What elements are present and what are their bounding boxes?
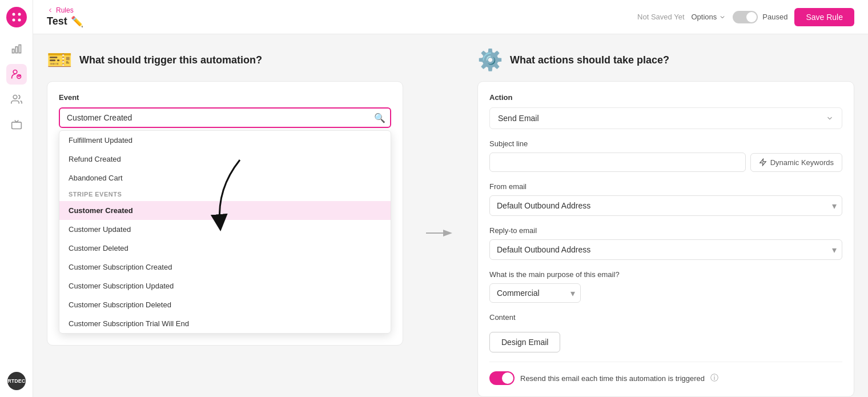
app-logo[interactable] <box>6 7 27 27</box>
subject-section: Subject line Dynamic Keywords <box>489 139 842 172</box>
keywords-btn-label: Dynamic Keywords <box>770 158 834 167</box>
design-email-label: Design Email <box>501 338 548 347</box>
sidebar-item-analytics[interactable] <box>6 39 27 59</box>
trigger-icon: 🎫 <box>47 48 73 72</box>
left-panel: 🎫 What should trigger this automation? E… <box>47 48 403 383</box>
resend-row: Resend this email each time this automat… <box>489 362 842 385</box>
from-email-select-wrap: Default Outbound Address ▾ <box>489 195 842 216</box>
svg-rect-5 <box>15 47 17 53</box>
action-icon: ⚙️ <box>477 48 503 72</box>
action-value: Send Email <box>498 114 539 123</box>
header: Rules Test ✏️ Not Saved Yet Options Paus… <box>33 0 868 34</box>
list-item-customer-subscription-updated[interactable]: Customer Subscription Updated <box>59 276 391 295</box>
list-item-customer-created[interactable]: Customer Created <box>59 201 391 220</box>
breadcrumb[interactable]: Rules <box>47 6 83 14</box>
purpose-label: What is the main purpose of this email? <box>489 270 842 279</box>
list-item-customer-deleted[interactable]: Customer Deleted <box>59 239 391 258</box>
sidebar-item-automations[interactable] <box>6 64 27 85</box>
action-label: Action <box>489 93 842 102</box>
from-email-select[interactable]: Default Outbound Address <box>489 195 842 216</box>
purpose-row: Commercial Transactional ▾ <box>489 283 842 303</box>
avatar-text: ARTDECS <box>4 378 29 384</box>
search-input-wrap: 🔍 <box>59 107 391 128</box>
trigger-section-header: 🎫 What should trigger this automation? <box>47 48 403 72</box>
content-label: Content <box>489 313 842 322</box>
header-right: Not Saved Yet Options Paused Save Rule <box>637 8 854 26</box>
save-btn-label: Save Rule <box>806 13 843 22</box>
svg-point-7 <box>13 70 17 74</box>
chevron-down-icon <box>719 14 726 21</box>
svg-rect-4 <box>12 49 14 53</box>
action-select[interactable]: Send Email <box>489 107 842 129</box>
list-item-customer-subscription-created[interactable]: Customer Subscription Created <box>59 258 391 276</box>
event-dropdown: Fulfillment Updated Refund Created Aband… <box>59 130 391 334</box>
stripe-events-group-label: Stripe Events <box>59 187 391 201</box>
sidebar-item-integrations[interactable] <box>6 114 27 135</box>
info-icon[interactable]: ⓘ <box>710 373 718 383</box>
list-item[interactable]: Refund Created <box>59 150 391 169</box>
from-email-section: From email Default Outbound Address ▾ <box>489 182 842 216</box>
subject-label: Subject line <box>489 139 842 148</box>
save-rule-button[interactable]: Save Rule <box>794 8 854 26</box>
purpose-select[interactable]: Commercial Transactional <box>489 283 581 303</box>
event-search-input[interactable] <box>59 107 391 128</box>
subject-input[interactable] <box>489 153 746 172</box>
svg-point-1 <box>18 13 21 16</box>
reply-to-select-wrap: Default Outbound Address ▾ <box>489 239 842 260</box>
purpose-select-wrap: Commercial Transactional ▾ <box>489 283 581 303</box>
action-chevron-icon <box>826 114 834 122</box>
svg-rect-6 <box>19 45 21 53</box>
sidebar-item-contacts[interactable] <box>6 89 27 110</box>
main-content: Rules Test ✏️ Not Saved Yet Options Paus… <box>33 0 868 397</box>
trigger-title: What should trigger this automation? <box>79 54 262 66</box>
list-item-customer-subscription-deleted[interactable]: Customer Subscription Deleted <box>59 295 391 314</box>
list-item-customer-subscription-trial[interactable]: Customer Subscription Trial Will End <box>59 314 391 333</box>
edit-icon[interactable]: ✏️ <box>71 15 83 28</box>
list-item[interactable]: Abandoned Cart <box>59 169 391 187</box>
resend-toggle[interactable] <box>489 371 515 385</box>
event-label: Event <box>59 93 391 102</box>
action-card: Action Send Email Subject line Dynamic K… <box>477 81 854 397</box>
design-email-button[interactable]: Design Email <box>489 332 560 352</box>
avatar[interactable]: ARTDECS <box>7 372 26 390</box>
breadcrumb-text: Rules <box>56 6 74 14</box>
reply-to-select[interactable]: Default Outbound Address <box>489 239 842 260</box>
svg-rect-10 <box>11 122 21 129</box>
resend-text: Resend this email each time this automat… <box>520 374 705 383</box>
content-section: Content Design Email <box>489 313 842 352</box>
event-card: Event 🔍 Fulfillment Updated Refund Creat… <box>47 81 403 346</box>
page-title-row: Test ✏️ <box>47 15 83 28</box>
paused-toggle[interactable] <box>733 11 758 23</box>
flow-arrow <box>417 82 464 383</box>
svg-point-3 <box>18 19 21 22</box>
from-email-label: From email <box>489 182 842 191</box>
chevron-left-icon <box>47 7 54 14</box>
toggle-container: Paused <box>733 11 787 23</box>
list-item-customer-updated[interactable]: Customer Updated <box>59 220 391 239</box>
search-icon: 🔍 <box>374 113 385 123</box>
options-button[interactable]: Options <box>692 13 726 21</box>
action-section-header: ⚙️ What actions should take place? <box>477 48 854 72</box>
svg-point-2 <box>12 19 15 22</box>
action-title: What actions should take place? <box>510 54 669 66</box>
options-label: Options <box>692 13 717 21</box>
right-panel: ⚙️ What actions should take place? Actio… <box>477 48 854 383</box>
reply-to-label: Reply-to email <box>489 226 842 235</box>
toggle-label: Paused <box>762 13 787 21</box>
dynamic-keywords-button[interactable]: Dynamic Keywords <box>750 153 842 172</box>
list-item[interactable]: Fulfillment Updated <box>59 131 391 150</box>
not-saved-label: Not Saved Yet <box>637 13 684 21</box>
page-title-text: Test <box>47 15 67 27</box>
page-body: 🎫 What should trigger this automation? E… <box>33 34 868 397</box>
purpose-section: What is the main purpose of this email? … <box>489 270 842 303</box>
header-left: Rules Test ✏️ <box>47 6 83 28</box>
subject-row: Dynamic Keywords <box>489 153 842 172</box>
arrow-icon <box>426 227 455 239</box>
reply-to-section: Reply-to email Default Outbound Address … <box>489 226 842 260</box>
sidebar: ARTDECS <box>0 0 33 397</box>
svg-point-0 <box>12 13 15 16</box>
svg-point-9 <box>13 95 17 99</box>
sidebar-bottom: ARTDECS <box>7 372 26 390</box>
lightning-icon <box>759 158 767 166</box>
